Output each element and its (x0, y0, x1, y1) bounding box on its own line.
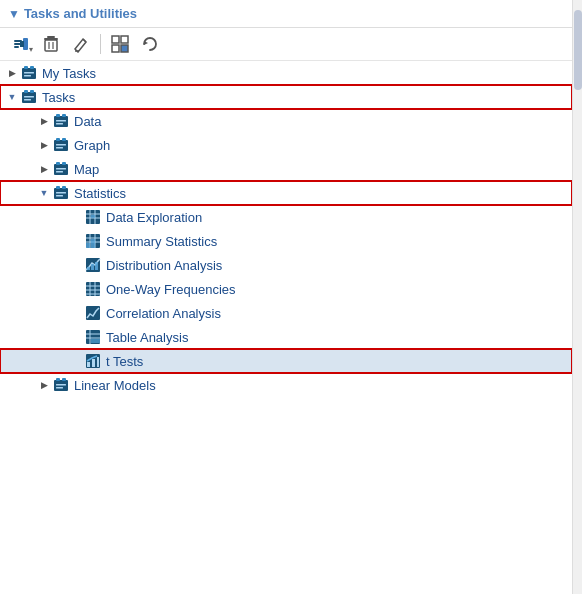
svg-rect-39 (62, 162, 66, 165)
label-tasks: Tasks (42, 90, 75, 105)
svg-rect-77 (87, 362, 90, 367)
svg-rect-40 (56, 168, 66, 170)
panel-collapse-arrow[interactable]: ▼ (8, 7, 20, 21)
tree-item-my-tasks[interactable]: ▶ My Tasks (0, 61, 572, 85)
svg-rect-6 (47, 36, 55, 38)
icon-map (52, 160, 70, 178)
tree-item-map[interactable]: ▶ Map (0, 157, 572, 181)
svg-rect-44 (62, 186, 66, 189)
arrow-my-tasks: ▶ (4, 65, 20, 81)
label-correlation-analysis: Correlation Analysis (106, 306, 221, 321)
scrollbar[interactable] (572, 0, 582, 594)
svg-rect-79 (97, 357, 99, 367)
toolbar-separator-1 (100, 34, 101, 54)
svg-rect-19 (30, 66, 34, 69)
label-linear-models: Linear Models (74, 378, 156, 393)
svg-rect-83 (56, 384, 66, 386)
label-one-way-frequencies: One-Way Frequencies (106, 282, 236, 297)
view-icon (111, 35, 129, 53)
svg-rect-12 (112, 36, 119, 43)
tree-content: ▶ My Tasks ▼ (0, 61, 572, 594)
label-data-exploration: Data Exploration (106, 210, 202, 225)
arrow-statistics: ▼ (36, 185, 52, 201)
refresh-button[interactable] (137, 32, 163, 56)
refresh-icon (141, 35, 159, 53)
svg-rect-35 (56, 144, 66, 146)
label-distribution-analysis: Distribution Analysis (106, 258, 222, 273)
svg-rect-38 (56, 162, 60, 165)
svg-rect-7 (45, 40, 57, 51)
rename-button[interactable] (68, 32, 94, 56)
svg-rect-82 (62, 378, 66, 381)
view-button[interactable] (107, 32, 133, 56)
tree-item-tasks[interactable]: ▼ Tasks (0, 85, 572, 109)
svg-rect-45 (56, 192, 66, 194)
tree-item-graph[interactable]: ▶ Graph (0, 133, 572, 157)
tree-item-distribution-analysis[interactable]: ▶ Distribution Analysis (0, 253, 572, 277)
label-t-tests: t Tests (106, 354, 143, 369)
icon-correlation-analysis (84, 304, 102, 322)
icon-table-analysis (84, 328, 102, 346)
svg-rect-33 (56, 138, 60, 141)
tree-item-data-exploration[interactable]: ▶ Data Exploration (0, 205, 572, 229)
label-summary-statistics: Summary Statistics (106, 234, 217, 249)
delete-icon (43, 35, 59, 53)
tasks-utilities-panel: ▼ Tasks and Utilities (0, 0, 572, 594)
tree-item-linear-models[interactable]: ▶ Linear Models (0, 373, 572, 397)
svg-rect-31 (56, 123, 63, 125)
svg-rect-30 (56, 120, 66, 122)
svg-rect-84 (56, 387, 63, 389)
svg-rect-18 (24, 66, 28, 69)
svg-rect-59 (91, 239, 95, 248)
add-task-icon (12, 35, 30, 53)
icon-my-tasks (20, 64, 38, 82)
svg-rect-34 (62, 138, 66, 141)
icon-graph (52, 136, 70, 154)
svg-marker-16 (144, 41, 148, 45)
svg-rect-29 (62, 114, 66, 117)
panel-title: Tasks and Utilities (24, 6, 137, 21)
svg-rect-62 (91, 264, 94, 270)
label-data: Data (74, 114, 101, 129)
arrow-graph: ▶ (36, 137, 52, 153)
tree-item-data[interactable]: ▶ Data (0, 109, 572, 133)
tree-item-t-tests[interactable]: ▶ t Tests (0, 349, 572, 373)
arrow-map: ▶ (36, 161, 52, 177)
add-task-button[interactable] (8, 32, 34, 56)
icon-linear-models (52, 376, 70, 394)
delete-button[interactable] (38, 32, 64, 56)
icon-t-tests (84, 352, 102, 370)
icon-data-exploration (84, 208, 102, 226)
svg-rect-24 (30, 90, 34, 93)
svg-line-10 (83, 39, 86, 42)
arrow-linear-models: ▶ (36, 377, 52, 393)
label-graph: Graph (74, 138, 110, 153)
icon-summary-statistics (84, 232, 102, 250)
icon-one-way-frequencies (84, 280, 102, 298)
tree-item-table-analysis[interactable]: ▶ Table Analysis (0, 325, 572, 349)
svg-rect-13 (121, 36, 128, 43)
icon-data (52, 112, 70, 130)
label-map: Map (74, 162, 99, 177)
panel-header: ▼ Tasks and Utilities (0, 0, 572, 28)
svg-rect-14 (112, 45, 119, 52)
svg-rect-26 (24, 99, 31, 101)
tree-item-statistics[interactable]: ▼ Statistics (0, 181, 572, 205)
svg-rect-28 (56, 114, 60, 117)
svg-rect-21 (24, 75, 31, 77)
tree-item-one-way-frequencies[interactable]: ▶ One-Way Frequencies (0, 277, 572, 301)
icon-statistics (52, 184, 70, 202)
svg-rect-15 (121, 45, 128, 52)
scrollbar-thumb[interactable] (574, 10, 582, 90)
tree-item-summary-statistics[interactable]: ▶ Summary Statistics (0, 229, 572, 253)
toolbar (0, 28, 572, 61)
svg-rect-81 (56, 378, 60, 381)
svg-rect-36 (56, 147, 63, 149)
svg-rect-23 (24, 90, 28, 93)
svg-rect-58 (86, 243, 90, 248)
svg-rect-25 (24, 96, 34, 98)
tree-item-correlation-analysis[interactable]: ▶ Correlation Analysis (0, 301, 572, 325)
arrow-tasks: ▼ (4, 89, 20, 105)
icon-tasks (20, 88, 38, 106)
svg-rect-43 (56, 186, 60, 189)
